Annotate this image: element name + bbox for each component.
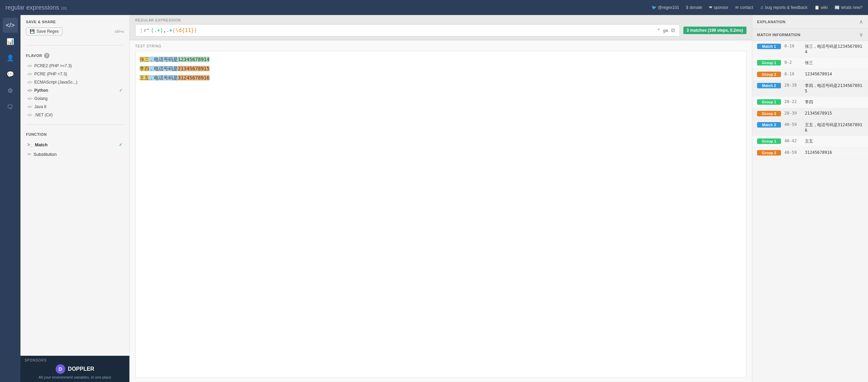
regex-pattern[interactable]: (.+),.+(\d{11}) [151, 27, 656, 33]
test-label: TEST STRING [135, 44, 746, 48]
regex-prefix: ⋮r" [139, 28, 150, 33]
logo: regular expressions 101 [5, 4, 67, 11]
match1-range: 0-19 [784, 44, 801, 48]
match2-value: 李四，电话号码是21345678915 [805, 83, 863, 93]
sponsors-label: SPONSORS [25, 358, 125, 362]
regex-label: REGULAR EXPRESSION [135, 18, 746, 22]
logo-version: 101 [61, 6, 67, 10]
flavor-java8[interactable]: </> Java 8 [26, 103, 124, 111]
flavor-ecmascript[interactable]: </> ECMAScript (JavaSc...) [26, 78, 124, 86]
doppler-icon: D [56, 364, 65, 374]
nav-contact[interactable]: ✉ contact [735, 5, 753, 10]
center-content: REGULAR EXPRESSION ⋮r" (.+),.+(\d{11}) "… [130, 15, 752, 382]
flavor-java-code-icon: </> [27, 105, 32, 109]
flavor-help-icon[interactable]: ? [44, 53, 49, 58]
tok-group1-close: ) [160, 27, 163, 33]
flavor-golang[interactable]: </> Golang [26, 94, 124, 103]
match-row-group3-2: Group 2 48-59 31245678916 [752, 147, 868, 159]
doppler-logo[interactable]: D DOPPLER [25, 364, 125, 374]
sidebar-icon-chart[interactable]: 📊 [3, 34, 18, 49]
divider-1 [26, 45, 124, 45]
sidebar-icon-comment[interactable]: 🗨 [3, 100, 18, 115]
save-share-section: SAVE & SHARE 💾 Save Regex ctrl+s [20, 15, 129, 42]
explanation-collapse-button[interactable]: ∧ [859, 18, 863, 25]
group1-2-badge: Group 2 [757, 72, 781, 77]
flavor-dotnet[interactable]: </> .NET (C#) [26, 111, 124, 119]
test-line-2: 李四，电话号码是21345678915 [140, 64, 742, 73]
nav-donate[interactable]: $ donate [686, 5, 702, 10]
test-match3-middle: ，电话号码是 [149, 75, 178, 80]
group2-1-range: 20-22 [784, 99, 801, 104]
match-row-3: Match 3 40-59 王五，电话号码是31245678916 [752, 119, 868, 136]
function-title: FUNCTION [26, 132, 124, 136]
nav-wiki[interactable]: 📋 wiki [814, 5, 828, 10]
match-row-1: Match 1 0-19 张三，电话号码是12345678914 [752, 41, 868, 57]
logo-expressions: expressions [26, 4, 59, 11]
match3-value: 王五，电话号码是31245678916 [805, 122, 863, 133]
tok-dot-plus-2: .+ [166, 27, 172, 33]
flavor-title: FLAVOR ? [26, 53, 124, 58]
match-info-title: MATCH INFORMATION [757, 33, 800, 37]
group1-1-badge: Group 1 [757, 60, 781, 65]
test-match3-group1: 王五 [140, 75, 149, 80]
test-match3-group2: 31245678916 [178, 75, 210, 80]
match-info-header: MATCH INFORMATION ∨ [752, 29, 868, 41]
regex-input-row: ⋮r" (.+),.+(\d{11}) " gm ⧉ [135, 24, 680, 36]
regex-section: REGULAR EXPRESSION ⋮r" (.+),.+(\d{11}) "… [130, 15, 752, 40]
match3-range: 40-59 [784, 122, 801, 127]
save-regex-button[interactable]: 💾 Save Regex [26, 27, 62, 35]
nav-whats-new[interactable]: 📰 whats new? [835, 5, 863, 10]
match-row-group1-1: Group 1 0-2 张三 [752, 57, 868, 69]
sidebar-icon-gear[interactable]: ⚙ [3, 83, 18, 98]
save-row: 💾 Save Regex ctrl+s [26, 27, 124, 35]
regex-flags[interactable]: gm [663, 28, 668, 33]
sidebar-icon-user[interactable]: 👤 [3, 50, 18, 65]
left-panel: SAVE & SHARE 💾 Save Regex ctrl+s FLAVOR … [20, 15, 130, 382]
test-line-1: 张三，电话号码是12345678914 [140, 55, 742, 64]
nav-sponsor[interactable]: ❤ sponsor [709, 5, 728, 10]
group3-1-value: 王五 [805, 138, 813, 144]
save-icon: 💾 [30, 29, 35, 34]
flavor-python[interactable]: </> Python ✓ [26, 86, 124, 94]
flavor-pcre2[interactable]: </> PCRE2 (PHP >=7.3) [26, 62, 124, 70]
test-match2-group2: 21345678915 [178, 66, 210, 71]
tok-group1-open: ( [151, 27, 154, 33]
match2-range: 20-39 [784, 83, 801, 88]
regex-suffix: " [657, 28, 660, 33]
match-row-2: Match 2 20-39 李四，电话号码是21345678915 [752, 80, 868, 97]
main-layout: </> 📊 👤 💬 ⚙ 🗨 SAVE & SHARE 💾 Save Regex … [0, 15, 868, 382]
match-row-group3-1: Group 1 40-42 王五 [752, 136, 868, 147]
function-substitution[interactable]: ✂ Substitution [26, 149, 124, 159]
group3-2-value: 31245678916 [805, 150, 832, 155]
copy-button[interactable]: ⧉ [670, 27, 676, 34]
test-match2-group1: 李四 [140, 66, 149, 71]
sidebar-icon-chat[interactable]: 💬 [3, 67, 18, 82]
nav-bug-reports[interactable]: ⚠ bug reports & feedback [760, 5, 808, 10]
test-section: TEST STRING 张三，电话号码是12345678914 李四，电话号码是… [130, 40, 752, 382]
flavor-pcre[interactable]: </> PCRE (PHP <7.3) [26, 70, 124, 78]
test-area[interactable]: 张三，电话号码是12345678914 李四，电话号码是21345678915 … [135, 51, 746, 378]
match1-badge: Match 1 [757, 44, 781, 49]
nav-twitter[interactable]: 🐦 @regex101 [652, 5, 679, 10]
group2-1-badge: Group 1 [757, 99, 781, 105]
function-section: FUNCTION >_ Match ✓ ✂ Substitution [20, 128, 129, 162]
test-line-3: 王五，电话号码是31245678916 [140, 74, 742, 82]
flavor-dotnet-code-icon: </> [27, 113, 32, 117]
group3-1-badge: Group 1 [757, 138, 781, 144]
subst-func-icon: ✂ [27, 151, 31, 157]
group3-1-range: 40-42 [784, 138, 801, 143]
sidebar-icon-code[interactable]: </> [3, 18, 18, 33]
function-match[interactable]: >_ Match ✓ [26, 140, 124, 149]
explanation-header: EXPLANATION ∧ [752, 15, 868, 29]
tok-backslash-d: \d{11} [175, 27, 194, 33]
test-match1-middle: ，电话号码是 [149, 57, 178, 62]
group2-2-value: 21345678915 [805, 111, 832, 116]
match-info-collapse-button[interactable]: ∨ [859, 31, 863, 38]
flavor-python-code-icon: </> [27, 89, 32, 92]
flavor-python-check-icon: ✓ [119, 88, 123, 93]
tok-dot-plus-1: .+ [154, 27, 160, 33]
flavor-ecma-code-icon: </> [27, 80, 32, 84]
tok-comma: , [163, 27, 166, 33]
group3-2-badge: Group 2 [757, 150, 781, 156]
right-panel: EXPLANATION ∧ MATCH INFORMATION ∨ Match … [752, 15, 868, 382]
